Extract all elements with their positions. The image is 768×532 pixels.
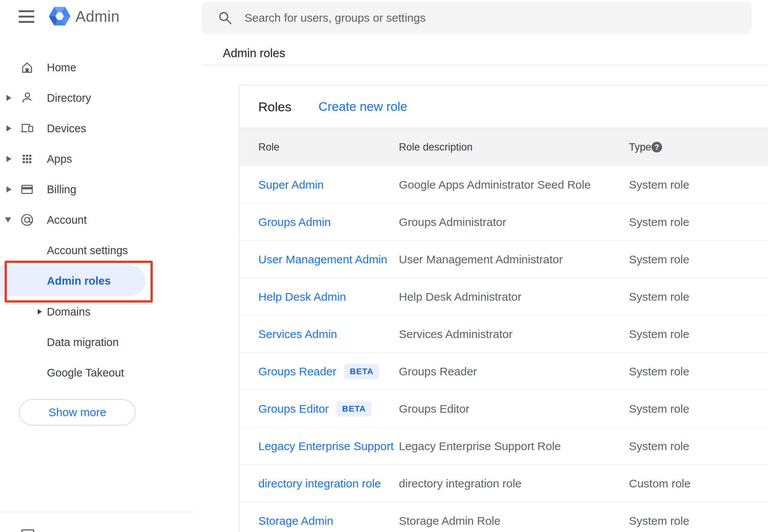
card-header: Roles Create new role: [239, 85, 768, 128]
clipped-bottom-icon: [21, 529, 34, 532]
help-icon[interactable]: ?: [651, 142, 662, 152]
search-input[interactable]: [245, 2, 740, 34]
role-link[interactable]: Services Admin: [258, 328, 337, 341]
chevron-right-icon[interactable]: [6, 186, 11, 192]
role-link[interactable]: Groups Reader BETA: [258, 364, 379, 379]
menu-icon[interactable]: [19, 10, 34, 23]
table-row[interactable]: Services Admin Services Administrator Sy…: [239, 316, 768, 353]
chevron-right-icon[interactable]: [6, 125, 11, 131]
role-description: Storage Admin Role: [399, 514, 501, 527]
sidebar-item-home[interactable]: Home: [0, 52, 190, 83]
role-type: System role: [629, 216, 689, 229]
product-title: Admin: [75, 8, 120, 25]
role-description: Help Desk Administrator: [399, 290, 522, 303]
role-description: directory integration role: [399, 477, 522, 490]
breadcrumb: Admin roles: [223, 46, 285, 60]
at-sign-icon: [20, 213, 34, 227]
role-link[interactable]: User Management Admin: [258, 253, 387, 266]
role-description: Google Apps Administrator Seed Role: [399, 178, 591, 191]
home-icon: [20, 60, 34, 75]
table-row[interactable]: Groups Admin Groups Administrator System…: [239, 204, 768, 241]
sidebar-item-label: Google Takeout: [47, 367, 124, 379]
sidebar-item-label: Account: [47, 214, 87, 226]
sidebar-item-label: Apps: [47, 153, 72, 165]
role-link[interactable]: Groups Admin: [258, 216, 331, 229]
sidebar-item-data-migration[interactable]: Data migration: [0, 327, 190, 357]
table-row[interactable]: Storage Admin Storage Admin Role System …: [239, 502, 768, 532]
show-more-label: Show more: [48, 406, 106, 419]
sidebar-divider: [0, 512, 194, 512]
sidebar-item-google-takeout[interactable]: Google Takeout: [0, 357, 190, 388]
sidebar-item-billing[interactable]: Billing: [0, 174, 190, 205]
role-description: Groups Administrator: [399, 216, 506, 229]
sidebar-item-directory[interactable]: Directory: [0, 83, 190, 113]
show-more-button[interactable]: Show more: [19, 399, 136, 426]
sidebar-item-label: Directory: [47, 92, 91, 104]
table-row[interactable]: Super Admin Google Apps Administrator Se…: [239, 166, 768, 204]
sidebar-item-account-settings[interactable]: Account settings: [0, 235, 190, 266]
table-row[interactable]: directory integration role directory int…: [239, 465, 768, 502]
sidebar-item-label: Billing: [47, 183, 76, 196]
role-type: System role: [629, 178, 689, 191]
role-description: Legacy Enterprise Support Role: [399, 440, 561, 453]
beta-badge: BETA: [336, 401, 371, 417]
search-bar[interactable]: [202, 2, 752, 34]
beta-badge: BETA: [344, 364, 379, 379]
person-icon: [20, 91, 34, 105]
role-link[interactable]: directory integration role: [258, 477, 381, 490]
column-header-description: Role description: [399, 141, 473, 153]
card-title: Roles: [258, 99, 291, 114]
devices-icon: [20, 121, 34, 136]
role-description: User Management Administrator: [399, 253, 563, 266]
role-description: Groups Editor: [399, 402, 469, 415]
chevron-right-icon[interactable]: [38, 309, 42, 314]
admin-logo-icon: [48, 5, 71, 27]
sidebar-item-label: Data migration: [47, 336, 119, 349]
apps-grid-icon: [20, 152, 34, 166]
sidebar-item-label: Admin roles: [47, 275, 111, 287]
role-link[interactable]: Groups Editor BETA: [258, 401, 371, 417]
role-type: System role: [629, 440, 689, 453]
chevron-right-icon[interactable]: [6, 156, 11, 162]
table-row[interactable]: Legacy Enterprise Support Legacy Enterpr…: [239, 428, 768, 465]
role-link[interactable]: Storage Admin: [258, 514, 333, 527]
table-header-row: Role Role description Type ?: [239, 128, 768, 166]
table-row[interactable]: Help Desk Admin Help Desk Administrator …: [239, 278, 768, 316]
table-row[interactable]: Groups Editor BETA Groups Editor System …: [239, 390, 768, 428]
role-link[interactable]: Legacy Enterprise Support: [258, 440, 394, 453]
table-row[interactable]: User Management Admin User Management Ad…: [239, 241, 768, 278]
role-type: Custom role: [629, 477, 691, 490]
role-link[interactable]: Super Admin: [258, 178, 324, 191]
sidebar-item-apps[interactable]: Apps: [0, 144, 190, 174]
role-type: System role: [629, 402, 689, 415]
create-new-role-link[interactable]: Create new role: [318, 99, 407, 114]
role-description: Services Administrator: [399, 328, 512, 341]
role-type: System role: [629, 514, 689, 527]
role-type: System role: [629, 290, 689, 303]
search-icon: [218, 11, 232, 25]
role-link[interactable]: Help Desk Admin: [258, 290, 346, 303]
sidebar-item-admin-roles[interactable]: Admin roles: [0, 266, 190, 296]
column-header-role: Role: [258, 141, 280, 153]
sidebar-item-label: Account settings: [47, 244, 128, 257]
sidebar-item-label: Home: [47, 61, 76, 74]
table-row[interactable]: Groups Reader BETA Groups Reader System …: [239, 353, 768, 390]
sidebar-item-devices[interactable]: Devices: [0, 113, 190, 144]
sidebar-item-label: Devices: [47, 122, 86, 135]
credit-card-icon: [20, 182, 34, 197]
sidebar-item-label: Domains: [47, 306, 90, 318]
role-description: Groups Reader: [399, 365, 477, 378]
role-link-label: Groups Reader: [258, 365, 336, 378]
chevron-down-icon[interactable]: [5, 218, 11, 223]
column-header-type: Type: [629, 141, 651, 153]
roles-card: Roles Create new role Role Role descript…: [239, 85, 768, 532]
role-link-label: Groups Editor: [258, 402, 329, 415]
sidebar-item-domains[interactable]: Domains: [0, 296, 190, 327]
sidebar-item-account[interactable]: Account: [0, 205, 190, 235]
header-divider: [202, 65, 768, 65]
role-type: System role: [629, 253, 689, 266]
role-type: System role: [629, 328, 689, 341]
role-type: System role: [629, 365, 689, 378]
chevron-right-icon[interactable]: [6, 95, 11, 101]
